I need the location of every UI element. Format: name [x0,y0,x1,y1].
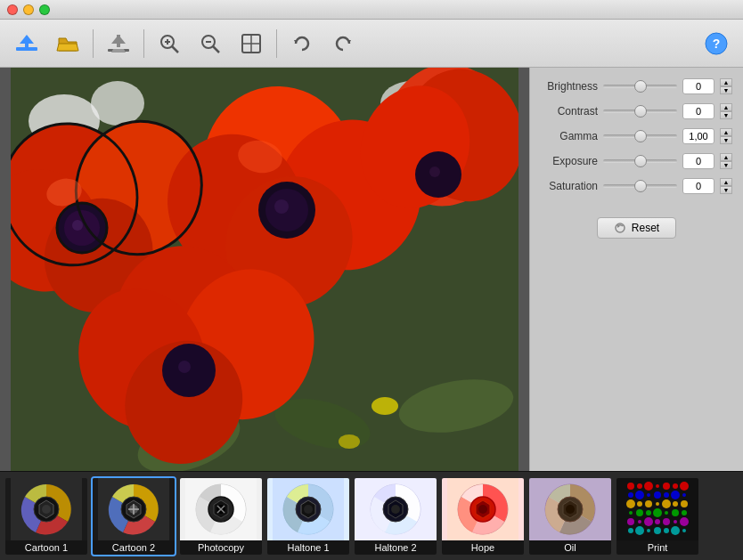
brightness-slider[interactable] [603,85,677,88]
saturation-up[interactable]: ▲ [720,178,732,186]
exposure-up[interactable]: ▲ [720,153,732,161]
hope-label: Hope [442,540,524,555]
close-button[interactable] [7,4,18,15]
help-button[interactable]: ? [697,24,736,63]
film-item-oil[interactable]: Oil [527,476,613,556]
saturation-value[interactable]: 0 [682,178,714,194]
svg-point-109 [680,482,689,491]
brightness-value[interactable]: 0 [682,78,714,94]
svg-point-122 [673,501,678,507]
reset-button[interactable]: Reset [597,217,676,239]
brightness-row: Brightness 0 ▲ ▼ [541,78,732,94]
rotate-cw-button[interactable] [323,24,363,63]
film-item-photocopy[interactable]: Photocopy [178,476,264,556]
exposure-row: Exposure 0 ▲ ▼ [541,153,732,169]
svg-point-142 [664,528,669,533]
saturation-slider[interactable] [603,184,677,188]
svg-point-104 [637,483,642,489]
contrast-up[interactable]: ▲ [720,103,732,111]
saturation-label: Saturation [541,180,598,192]
gamma-stepper[interactable]: ▲ ▼ [720,128,732,144]
svg-point-47 [429,166,440,177]
svg-point-144 [682,529,686,532]
exposure-stepper[interactable]: ▲ ▼ [720,153,732,169]
contrast-label: Contrast [541,105,598,118]
svg-point-124 [629,511,633,515]
svg-point-141 [654,527,661,534]
film-item-print[interactable]: Print [615,476,700,556]
contrast-value[interactable]: 0 [682,103,714,119]
svg-point-86 [304,505,313,514]
gamma-thumb[interactable] [634,130,647,142]
exposure-value[interactable]: 0 [682,153,714,169]
svg-point-121 [662,499,671,508]
saturation-down[interactable]: ▼ [720,186,732,194]
zoom-out-button[interactable] [191,24,230,63]
contrast-slider[interactable] [603,110,677,113]
film-item-cartoon1[interactable]: Cartoon 1 [4,476,89,556]
hope-thumb [442,478,524,540]
maximize-button[interactable] [39,4,50,15]
svg-point-138 [628,528,633,533]
svg-point-113 [654,491,661,499]
image-area [0,68,529,471]
svg-point-135 [663,518,670,525]
exposure-slider[interactable] [603,159,677,163]
brightness-label: Brightness [541,80,598,93]
fit-button[interactable] [232,24,271,63]
photocopy-thumb [180,478,262,540]
svg-point-112 [647,493,650,497]
export-button[interactable] [99,24,138,63]
gamma-value[interactable]: 1,00 [682,128,714,144]
svg-point-96 [478,505,487,514]
rotate-ccw-button[interactable] [282,24,322,63]
exposure-label: Exposure [541,155,598,167]
saturation-thumb[interactable] [634,180,647,192]
film-items: Cartoon 1 Cart [0,472,704,560]
minimize-button[interactable] [23,4,34,15]
svg-point-131 [627,518,634,525]
svg-point-110 [628,492,633,498]
separator-2 [143,29,144,58]
svg-point-105 [644,482,653,491]
import-button[interactable] [7,24,46,63]
svg-point-23 [91,81,144,126]
brightness-stepper[interactable]: ▲ ▼ [720,78,732,94]
oil-thumb [529,478,611,540]
zoom-in-button[interactable] [150,24,189,63]
contrast-row: Contrast 0 ▲ ▼ [541,103,732,119]
brightness-up[interactable]: ▲ [720,78,732,86]
contrast-down[interactable]: ▼ [720,111,732,119]
film-item-hope[interactable]: Hope [440,476,526,556]
brightness-thumb[interactable] [634,80,647,93]
contrast-stepper[interactable]: ▲ ▼ [720,103,732,119]
svg-point-139 [635,526,644,535]
brightness-down[interactable]: ▼ [720,86,732,94]
gamma-up[interactable]: ▲ [720,128,732,136]
svg-point-67 [42,505,51,514]
svg-rect-5 [117,35,120,47]
saturation-stepper[interactable]: ▲ ▼ [720,178,732,194]
title-bar [0,0,743,20]
photocopy-label: Photocopy [180,540,262,555]
cartoon1-thumb [5,478,87,540]
oil-label: Oil [529,540,611,555]
film-item-halftone1[interactable]: Haltone 1 [265,476,351,556]
gamma-down[interactable]: ▼ [720,136,732,144]
filmstrip: Cartoon 1 Cart [0,471,743,560]
svg-point-106 [656,484,659,488]
exposure-down[interactable]: ▼ [720,161,732,169]
svg-point-111 [635,491,644,499]
film-item-halftone2[interactable]: Haltone 2 [353,476,438,556]
film-item-cartoon2[interactable]: Cartoon 2 [91,476,176,556]
open-button[interactable] [48,24,87,63]
svg-point-136 [674,520,677,523]
svg-rect-2 [25,44,29,51]
exposure-thumb[interactable] [634,155,647,167]
svg-point-101 [566,505,575,514]
gamma-slider[interactable] [603,134,677,138]
contrast-thumb[interactable] [634,105,647,118]
toolbar: ? [0,20,743,68]
svg-point-117 [626,499,635,508]
traffic-lights [7,4,50,15]
